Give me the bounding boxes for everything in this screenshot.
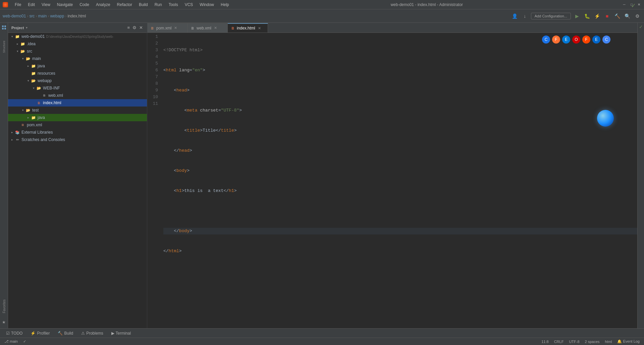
- bottom-tab-profiler[interactable]: ⚡ Profiler: [27, 330, 53, 337]
- file-type-status[interactable]: html: [604, 340, 613, 344]
- tree-item-java[interactable]: 📁 java: [8, 62, 147, 70]
- build-status[interactable]: ✓: [22, 339, 27, 344]
- preview-globe[interactable]: [597, 110, 614, 127]
- browser-icon-5[interactable]: F: [582, 36, 590, 44]
- activity-star[interactable]: ★: [1, 319, 7, 326]
- activity-bar: Structure Favorites ★: [0, 23, 8, 328]
- activity-project[interactable]: [1, 24, 7, 31]
- indexhtml-file-icon: 🗎: [36, 100, 42, 106]
- code-line-3: <head>: [163, 87, 637, 94]
- bottom-tab-terminal[interactable]: ▶ Terminal: [108, 330, 134, 337]
- menu-code[interactable]: Code: [77, 2, 92, 8]
- cursor-position[interactable]: 11:8: [540, 340, 549, 344]
- encoding-status[interactable]: UTF-8: [568, 340, 580, 344]
- menu-view[interactable]: View: [39, 2, 53, 8]
- stop-button[interactable]: ■: [603, 12, 611, 20]
- code-content[interactable]: <!DOCTYPE html> <html lang="en"> <head> …: [161, 33, 637, 328]
- browser-icon-2[interactable]: F: [552, 36, 560, 44]
- tree-item-ext-libs[interactable]: 📚 External Libraries: [8, 129, 147, 136]
- breadcrumb-file: index.html: [67, 14, 86, 18]
- tab-indexhtml[interactable]: 🗎 index.html ✕: [228, 23, 268, 32]
- webapp-label: webapp: [38, 78, 52, 83]
- right-sidebar: ✓: [637, 23, 644, 328]
- tree-item-scratches[interactable]: ✏ Scratches and Consoles: [8, 136, 147, 143]
- menu-analyze[interactable]: Analyze: [93, 2, 113, 8]
- line-ending[interactable]: CRLF: [553, 340, 565, 344]
- webxml-label: web.xml: [48, 93, 63, 98]
- menu-help[interactable]: Help: [218, 2, 232, 8]
- debug-button[interactable]: 🐛: [583, 12, 591, 20]
- indexhtml-tab-label: index.html: [237, 26, 255, 30]
- event-log[interactable]: 🔔 Event Log: [616, 339, 641, 344]
- tab-webxml[interactable]: 🗎 web.xml ✕: [187, 23, 228, 32]
- tree-item-pom[interactable]: 🗎 pom.xml: [8, 121, 147, 129]
- browser-icon-3[interactable]: E: [562, 36, 570, 44]
- update-button[interactable]: ↓: [521, 12, 529, 20]
- tree-item-resources[interactable]: 📁 resources: [8, 70, 147, 77]
- chevron-down-icon[interactable]: ▾: [26, 26, 28, 29]
- tree-item-test-java[interactable]: 📁 java: [8, 114, 147, 121]
- menu-navigate[interactable]: Navigate: [54, 2, 75, 8]
- menu-run[interactable]: Run: [152, 2, 165, 8]
- root-arrow: [9, 34, 15, 39]
- tree-item-src[interactable]: 📂 src: [8, 48, 147, 55]
- tree-item-webinf[interactable]: 📂 WEB-INF: [8, 84, 147, 92]
- sidebar-content: 📁 web-demo01 D:\develop\JavaDevelop\01Sp…: [8, 33, 147, 328]
- breadcrumb-main[interactable]: main: [38, 14, 47, 18]
- search-everywhere-button[interactable]: 🔍: [623, 12, 631, 20]
- add-configuration-button[interactable]: Add Configuration...: [531, 13, 571, 19]
- close-button[interactable]: ✕: [637, 2, 641, 7]
- run-with-coverage-button[interactable]: ⚡: [593, 12, 601, 20]
- tree-item-test[interactable]: 📂 test: [8, 107, 147, 114]
- webxml-tab-close[interactable]: ✕: [213, 25, 218, 30]
- activity-structure[interactable]: Structure: [1, 33, 7, 60]
- close-sidebar-icon[interactable]: ✕: [139, 24, 144, 31]
- profile-button[interactable]: 👤: [511, 12, 519, 20]
- menu-refactor[interactable]: Refactor: [114, 2, 135, 8]
- build-icon: 🔨: [58, 331, 63, 336]
- browser-icon-1[interactable]: C: [542, 36, 550, 44]
- code-editor[interactable]: 1 2 3 4 5 6 7 8 9 10 11 <!DOCTYPE html> …: [147, 33, 637, 328]
- tree-item-indexhtml[interactable]: 🗎 index.html: [8, 99, 147, 107]
- tree-item-idea[interactable]: 📁 .idea: [8, 40, 147, 48]
- minimize-button[interactable]: ─: [622, 2, 627, 7]
- settings-gear-icon[interactable]: ⚙: [132, 24, 137, 31]
- browser-icon-7[interactable]: C: [602, 36, 610, 44]
- editor-area: 🗎 pom.xml ✕ 🗎 web.xml ✕ 🗎 index.html ✕ ✓…: [147, 23, 637, 328]
- bottom-tab-problems[interactable]: ⚠ Problems: [78, 330, 107, 337]
- java-arrow: [25, 63, 31, 69]
- test-label: test: [32, 108, 39, 113]
- breadcrumb-sep-2: ›: [36, 14, 37, 18]
- breadcrumb-webapp[interactable]: webapp: [50, 14, 64, 18]
- collapse-all-icon[interactable]: ≡: [126, 24, 130, 31]
- settings-button[interactable]: ⚙: [633, 12, 641, 20]
- tree-item-root[interactable]: 📁 web-demo01 D:\develop\JavaDevelop\01Sp…: [8, 33, 147, 40]
- menu-build[interactable]: Build: [136, 2, 151, 8]
- tree-item-main[interactable]: 📂 main: [8, 55, 147, 62]
- line-num-2: 2: [147, 40, 158, 47]
- run-button[interactable]: ▶: [573, 12, 581, 20]
- breadcrumb-src[interactable]: src: [29, 14, 35, 18]
- bottom-tab-build[interactable]: 🔨 Build: [54, 330, 76, 337]
- menu-tools[interactable]: Tools: [166, 2, 181, 8]
- menu-window[interactable]: Window: [197, 2, 217, 8]
- menu-vcs[interactable]: VCS: [182, 2, 196, 8]
- indent-info[interactable]: 2 spaces: [584, 340, 601, 344]
- menu-edit[interactable]: Edit: [25, 2, 38, 8]
- menu-file[interactable]: File: [12, 2, 24, 8]
- tree-item-webxml[interactable]: 🗎 web.xml: [8, 92, 147, 99]
- ext-libs-arrow: [9, 130, 15, 135]
- indexhtml-tab-close[interactable]: ✕: [257, 26, 262, 31]
- bottom-tab-todo[interactable]: ☑ TODO: [3, 330, 26, 337]
- activity-favorites[interactable]: Favorites: [1, 296, 7, 316]
- tree-item-webapp[interactable]: 📂 webapp: [8, 77, 147, 84]
- java-label: java: [38, 64, 45, 68]
- browser-icon-4[interactable]: O: [572, 36, 580, 44]
- git-status[interactable]: ⎇ main: [3, 339, 19, 344]
- test-java-folder-icon: 📁: [31, 115, 36, 120]
- build-button[interactable]: 🔨: [613, 12, 621, 20]
- browser-icon-6[interactable]: E: [592, 36, 600, 44]
- tab-pomxml[interactable]: 🗎 pom.xml ✕: [147, 23, 187, 32]
- pom-tab-close[interactable]: ✕: [173, 25, 178, 30]
- breadcrumb-project[interactable]: web-demo01: [3, 14, 26, 18]
